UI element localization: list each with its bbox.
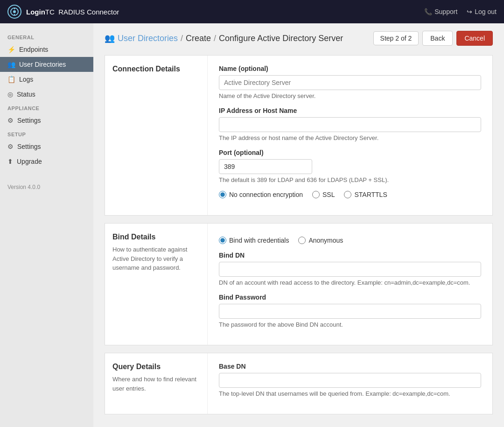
encryption-no-encryption-radio[interactable] [219, 191, 226, 198]
logo-icon [7, 5, 21, 19]
sidebar-item-logs[interactable]: 📋 Logs [0, 72, 93, 87]
name-input[interactable] [219, 75, 481, 90]
name-label: Name (optional) [219, 65, 481, 72]
bind-dn-help: DN of an account with read access to the… [219, 279, 481, 286]
ip-group: IP Address or Host Name The IP address o… [219, 107, 481, 141]
back-button[interactable]: Back [422, 31, 453, 46]
bind-anonymous-label: Anonymous [308, 237, 343, 244]
name-group: Name (optional) Name of the Active Direc… [219, 65, 481, 99]
sidebar-section-appliance: APPLIANCE [0, 102, 93, 113]
encryption-ssl-label: SSL [322, 191, 335, 198]
port-label: Port (optional) [219, 149, 481, 156]
svg-point-1 [13, 10, 16, 13]
breadcrumb: 👥 User Directories / Create / Configure … [105, 33, 343, 43]
query-details-left: Query Details Where and how to find rele… [105, 353, 208, 414]
bind-dn-group: Bind DN DN of an account with read acces… [219, 252, 481, 286]
appliance-settings-icon: ⚙ [7, 117, 14, 124]
bind-anonymous-radio[interactable] [298, 237, 306, 244]
bind-password-label: Bind Password [219, 294, 481, 301]
bind-dn-label: Bind DN [219, 252, 481, 259]
bind-details-title: Bind Details [112, 233, 200, 241]
logout-link[interactable]: ↪ Log out [467, 8, 497, 15]
upgrade-icon: ⬆ [7, 158, 13, 165]
bind-type-group: Bind with credentials Anonymous [219, 237, 481, 244]
sidebar-version: Version 4.0.0 [0, 176, 93, 198]
bind-password-input[interactable] [219, 304, 481, 319]
sidebar-item-upgrade-label: Upgrade [17, 158, 42, 165]
app-subtitle: RADIUS Connector [58, 8, 119, 16]
header-actions: Step 2 of 2 Back Cancel [373, 31, 493, 46]
logout-icon: ↪ [467, 8, 472, 15]
sidebar-item-logs-label: Logs [19, 76, 33, 83]
sidebar-section-setup: SETUP [0, 128, 93, 139]
port-group: Port (optional) The default is 389 for L… [219, 149, 481, 183]
connection-details-title: Connection Details [112, 65, 200, 73]
ip-label: IP Address or Host Name [219, 107, 481, 114]
logout-label: Log out [475, 8, 497, 15]
encryption-radio-group: No connection encryption SSL STARTTLS [219, 191, 481, 198]
port-help: The default is 389 for LDAP and 636 for … [219, 176, 481, 183]
breadcrumb-users-icon: 👥 [105, 33, 115, 43]
sidebar-item-setup-settings[interactable]: ⚙ Settings [0, 139, 93, 154]
encryption-ssl[interactable]: SSL [312, 191, 335, 198]
setup-settings-icon: ⚙ [7, 143, 14, 150]
logs-icon: 📋 [7, 76, 15, 83]
page-header: 👥 User Directories / Create / Configure … [105, 31, 493, 46]
bind-anonymous-option[interactable]: Anonymous [298, 237, 343, 244]
cancel-button[interactable]: Cancel [456, 31, 493, 46]
base-dn-group: Base DN The top-level DN that usernames … [219, 363, 481, 397]
users-icon: 👥 [7, 61, 15, 68]
sidebar: GENERAL ⚡ Endpoints 👥 User Directories 📋… [0, 23, 93, 427]
breadcrumb-page-title: Configure Active Directory Server [219, 34, 343, 43]
base-dn-help: The top-level DN that usernames will be … [219, 390, 481, 397]
bind-details-left: Bind Details How to authenticate against… [105, 224, 208, 345]
query-details-section: Query Details Where and how to find rele… [105, 353, 493, 414]
nav-actions: 📞 Support ↪ Log out [424, 8, 497, 15]
encryption-no-encryption-label: No connection encryption [229, 191, 303, 198]
bind-details-right: Bind with credentials Anonymous Bind DN … [208, 224, 492, 345]
brand-name: LoginTC RADIUS Connector [26, 8, 119, 16]
port-input[interactable] [219, 159, 312, 174]
connection-details-right: Name (optional) Name of the Active Direc… [208, 56, 492, 215]
bind-credentials-radio[interactable] [219, 237, 226, 244]
bind-credentials-label: Bind with credentials [229, 237, 289, 244]
breadcrumb-user-directories-link[interactable]: User Directories [118, 34, 178, 43]
connection-details-section: Connection Details Name (optional) Name … [105, 55, 493, 216]
base-dn-label: Base DN [219, 363, 481, 370]
bind-details-section: Bind Details How to authenticate against… [105, 223, 493, 345]
support-label: Support [434, 8, 457, 15]
query-details-right: Base DN The top-level DN that usernames … [208, 353, 492, 414]
encryption-starttls-radio[interactable] [344, 191, 351, 198]
sidebar-item-upgrade[interactable]: ⬆ Upgrade [0, 154, 93, 169]
sidebar-item-appliance-settings-label: Settings [17, 117, 41, 124]
breadcrumb-sep-1: / [181, 34, 183, 43]
sidebar-section-general: GENERAL [0, 31, 93, 42]
breadcrumb-sep-2: / [214, 34, 216, 43]
support-link[interactable]: 📞 Support [424, 8, 457, 15]
name-help: Name of the Active Directory server. [219, 92, 481, 99]
sidebar-item-endpoints-label: Endpoints [19, 46, 48, 53]
sidebar-item-status[interactable]: ◎ Status [0, 87, 93, 102]
bind-dn-input[interactable] [219, 262, 481, 277]
support-icon: 📞 [424, 8, 432, 15]
top-navigation: LoginTC RADIUS Connector 📞 Support ↪ Log… [0, 0, 504, 23]
sidebar-item-user-directories[interactable]: 👥 User Directories [0, 57, 93, 72]
main-content: 👥 User Directories / Create / Configure … [93, 23, 504, 427]
brand-logo: LoginTC RADIUS Connector [7, 5, 424, 19]
encryption-starttls-label: STARTTLS [354, 191, 387, 198]
encryption-starttls[interactable]: STARTTLS [344, 191, 387, 198]
encryption-ssl-radio[interactable] [312, 191, 320, 198]
sidebar-item-user-directories-label: User Directories [19, 61, 66, 68]
sidebar-item-endpoints[interactable]: ⚡ Endpoints [0, 42, 93, 57]
ip-input[interactable] [219, 117, 481, 132]
encryption-no-encryption[interactable]: No connection encryption [219, 191, 303, 198]
query-details-desc: Where and how to find relevant user entr… [112, 375, 200, 393]
bind-type-radio-group: Bind with credentials Anonymous [219, 237, 481, 244]
bind-credentials-option[interactable]: Bind with credentials [219, 237, 289, 244]
base-dn-input[interactable] [219, 373, 481, 388]
sidebar-item-setup-settings-label: Settings [17, 143, 41, 150]
breadcrumb-create: Create [186, 34, 211, 43]
sidebar-item-appliance-settings[interactable]: ⚙ Settings [0, 113, 93, 128]
connection-details-left: Connection Details [105, 56, 208, 215]
query-details-title: Query Details [112, 363, 200, 371]
